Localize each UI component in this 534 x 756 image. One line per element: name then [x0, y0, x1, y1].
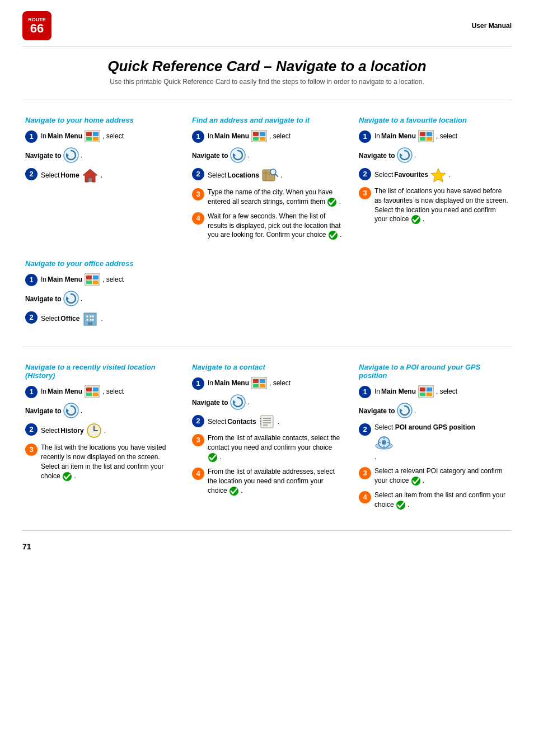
step-office-2: 2 Select Office . — [25, 311, 188, 326]
main-menu-bold: Main Menu — [48, 132, 82, 141]
step-home-1-content: In Main Menu , select — [41, 130, 175, 142]
step-office-1-content: In Main Menu , select — [41, 273, 188, 286]
section-office: Navigate to your office address 1 In Mai… — [22, 255, 190, 335]
step-address-3-content: Type the name of the city. When you have… — [208, 188, 342, 207]
navigate-label-2: Navigate to — [192, 152, 228, 160]
step-address-4: 4 Wait for a few seconds. When the list … — [192, 212, 342, 241]
page-title: Quick Reference Card – Navigate to a loc… — [22, 58, 512, 75]
home-bold: Home — [60, 171, 79, 180]
page-subtitle: Use this printable Quick Reference Card … — [22, 78, 512, 86]
step-poi-4-content: Select an item from the list and confirm… — [374, 491, 509, 510]
step-hist-2-content: Select History . — [41, 423, 175, 438]
svg-rect-2 — [93, 132, 99, 136]
svg-rect-42 — [92, 315, 94, 318]
step-contact-num-3: 3 — [192, 434, 204, 446]
main-menu-bold-5: Main Menu — [48, 387, 82, 396]
favourites-bold: Favourites — [394, 170, 428, 180]
step-addr-num-3: 3 — [192, 188, 204, 200]
step-address-3: 3 Type the name of the city. When you ha… — [192, 188, 342, 207]
step-fav-3: 3 The list of locations you have saved b… — [359, 186, 509, 225]
step-contact-num-2: 2 — [192, 415, 204, 427]
navigate-period: . — [81, 151, 82, 159]
navigate-icon-5 — [63, 403, 79, 418]
svg-rect-4 — [93, 137, 99, 141]
svg-rect-48 — [86, 388, 92, 391]
svg-rect-59 — [253, 379, 259, 383]
section-address-title: Find an address and navigate to it — [192, 116, 342, 124]
contacts-icon — [259, 414, 275, 429]
svg-rect-26 — [420, 137, 425, 141]
navigate-icon-6 — [230, 394, 246, 410]
step-fav-2-content: Select Favourites . — [374, 167, 509, 182]
svg-rect-43 — [86, 319, 88, 321]
navigate-label-4: Navigate to — [25, 295, 62, 303]
main-menu-bold-2: Main Menu — [214, 132, 249, 141]
step-address-1: 1 In Main Menu , select — [192, 130, 342, 143]
section-favourite: Navigate to a favourite location 1 In Ma… — [356, 111, 512, 249]
svg-rect-70 — [260, 418, 261, 419]
step-poi-num-4: 4 — [359, 491, 371, 503]
step-poi-1: 1 In Main Menu , select — [359, 385, 509, 398]
step-office-1: 1 In Main Menu , select — [25, 273, 188, 286]
menu-icon-2 — [251, 130, 267, 142]
step-contact-4-content: From the list of available addresses, se… — [208, 467, 342, 496]
subtitle-divider — [22, 100, 512, 100]
svg-rect-50 — [86, 393, 92, 396]
confirm-check-contact-3 — [208, 452, 218, 463]
step-contact-1: 1 In Main Menu , select — [192, 377, 342, 390]
navigate-to-address: Navigate to . — [192, 147, 342, 163]
section-favourite-title: Navigate to a favourite location — [359, 116, 509, 124]
step-hist-num-1: 1 — [25, 386, 38, 398]
svg-rect-51 — [93, 393, 99, 396]
locations-bold: Locations — [227, 171, 259, 180]
confirm-check-fav — [411, 214, 421, 225]
navigate-to-home: Navigate to . — [25, 147, 175, 163]
step-fav-3-content: The list of locations you have saved bef… — [374, 186, 509, 225]
step-poi-4: 4 Select an item from the list and confi… — [359, 491, 509, 510]
step-num-2: 2 — [25, 168, 38, 180]
step-poi-num-3: 3 — [359, 467, 371, 479]
navigate-label-3: Navigate to — [359, 152, 395, 160]
navigate-to-history: Navigate to . — [25, 403, 175, 418]
menu-icon-3 — [418, 130, 434, 142]
user-manual-label: User Manual — [472, 22, 512, 30]
navigate-to-poi: Navigate to . — [359, 403, 509, 418]
step-contact-4: 4 From the list of available addresses, … — [192, 467, 342, 496]
middle-section: Navigate to your office address 1 In Mai… — [22, 255, 512, 335]
section-home-title: Navigate to your home address — [25, 116, 175, 124]
step-contact-3-content: From the list of available contacts, sel… — [208, 433, 342, 463]
menu-icon-4 — [85, 273, 100, 286]
step-fav-2: 2 Select Favourites . — [359, 167, 509, 182]
menu-icon — [85, 130, 100, 142]
step-home-1: 1 In Main Menu , select — [25, 130, 175, 143]
navigate-label-5: Navigate to — [25, 407, 62, 415]
step-addr-num-4: 4 — [192, 212, 204, 225]
step-address-4-content: Wait for a few seconds. When the list of… — [208, 212, 342, 241]
step-contact-2: 2 Select Contacts . — [192, 414, 342, 429]
contacts-bold: Contacts — [227, 417, 256, 427]
confirm-check-4 — [328, 230, 338, 240]
step-poi-3: 3 Select a relevant POI category and con… — [359, 466, 509, 486]
confirm-check-poi-3 — [411, 476, 421, 486]
footer-divider — [22, 530, 512, 531]
navigate-icon-4 — [63, 291, 79, 306]
svg-rect-24 — [420, 132, 425, 136]
step-poi-2-content: Select POI around GPS position . — [374, 423, 509, 462]
svg-rect-34 — [93, 276, 99, 279]
top-sections-grid: Navigate to your home address 1 In Main … — [22, 111, 512, 249]
main-menu-bold-3: Main Menu — [381, 132, 416, 141]
svg-rect-71 — [260, 421, 261, 422]
section-poi-title: Navigate to a POI around your GPS positi… — [359, 363, 509, 380]
svg-rect-36 — [93, 281, 99, 284]
section-history-title: Navigate to a recently visited location … — [25, 363, 175, 380]
poi-bold: POI around GPS position — [395, 423, 475, 431]
header-divider — [22, 46, 512, 46]
main-menu-bold-7: Main Menu — [381, 387, 416, 396]
step-contact-3: 3 From the list of available contacts, s… — [192, 433, 342, 463]
step-fav-1: 1 In Main Menu , select — [359, 130, 509, 143]
step-office-num-1: 1 — [25, 274, 38, 286]
step-office-2-content: Select Office . — [41, 311, 188, 326]
gps-icon — [374, 435, 394, 452]
svg-rect-11 — [260, 132, 265, 136]
step-addr-num-1: 1 — [192, 130, 204, 143]
